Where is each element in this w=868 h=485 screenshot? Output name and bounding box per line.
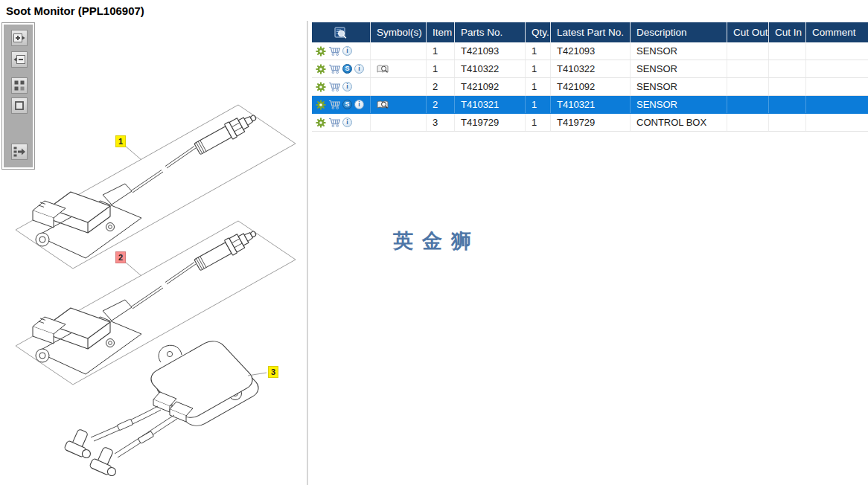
- cell-latest-part-no: T421093: [551, 42, 631, 60]
- cell-comment: [806, 60, 868, 77]
- cell-parts-no: T421092: [455, 78, 526, 95]
- zoom-out-button[interactable]: [11, 51, 28, 68]
- info-icon[interactable]: i: [354, 100, 364, 109]
- col-cut-out: Cut Out: [727, 22, 769, 42]
- cell-latest-part-no: T419729: [551, 114, 631, 131]
- cell-item: 1: [427, 60, 455, 77]
- table-row[interactable]: i 3 T419729 1 T419729 CONTROL BOX: [312, 114, 868, 132]
- cell-qty: 1: [526, 42, 551, 60]
- cell-description: CONTROL BOX: [631, 114, 727, 131]
- cell-item: 3: [427, 114, 455, 131]
- cell-cut-in: [769, 114, 806, 131]
- symbol-book-icon[interactable]: [377, 100, 389, 110]
- cell-description: SENSOR: [631, 96, 727, 113]
- cell-parts-no: T419729: [455, 114, 526, 131]
- expand-panel-icon: [13, 145, 26, 158]
- table-row[interactable]: S i 1 T410322 1 T410322 SENSOR: [312, 60, 868, 78]
- gear-icon[interactable]: [316, 82, 326, 92]
- cell-comment: [806, 78, 868, 95]
- table-row-selected[interactable]: S i 2 T410321 1 T410321 SENSOR: [312, 96, 868, 114]
- cart-icon[interactable]: [328, 64, 340, 74]
- cart-icon[interactable]: [328, 82, 340, 91]
- fit-view-icon: [13, 100, 25, 112]
- parts-viewer-window: Soot Monitor (PPL106907): [0, 0, 868, 485]
- cell-description: SENSOR: [631, 78, 727, 95]
- cell-qty: 1: [526, 78, 551, 95]
- gear-icon[interactable]: [316, 46, 326, 57]
- diagram-label-3[interactable]: 3: [268, 366, 278, 378]
- col-comment: Comment: [806, 22, 868, 42]
- gear-icon[interactable]: [316, 64, 326, 74]
- info-icon[interactable]: i: [342, 46, 352, 56]
- pane-divider: [307, 21, 308, 485]
- info-icon[interactable]: i: [342, 82, 352, 91]
- cell-cut-in: [769, 96, 806, 113]
- cell-cut-out: [727, 114, 769, 131]
- table-body: i 1 T421093 1 T421093 SENSOR: [312, 42, 868, 132]
- cell-qty: 1: [526, 60, 551, 77]
- cell-item: 2: [427, 96, 455, 113]
- cart-icon[interactable]: [328, 118, 340, 127]
- cell-cut-in: [769, 42, 806, 60]
- cell-description: SENSOR: [631, 60, 727, 77]
- zoom-out-icon: [13, 54, 26, 65]
- cell-comment: [806, 114, 868, 131]
- cell-item: 1: [427, 42, 455, 60]
- preview-icon: [334, 27, 348, 39]
- info-icon[interactable]: i: [342, 118, 352, 127]
- cell-description: SENSOR: [631, 42, 727, 60]
- exploded-view-diagram: [0, 21, 307, 485]
- fit-view-button[interactable]: [11, 97, 28, 114]
- col-symbols: Symbol(s): [371, 22, 427, 42]
- cell-cut-out: [727, 78, 769, 95]
- diagram-toolbar: [2, 23, 34, 169]
- control-box-drawing[interactable]: [64, 337, 267, 478]
- sensor-assembly-1-drawing[interactable]: [16, 105, 296, 269]
- diagram-label-2[interactable]: 2: [115, 251, 126, 263]
- cell-latest-part-no: T421092: [551, 78, 631, 95]
- table-header-row: Symbol(s) Item Parts No. Qty. Latest Par…: [312, 22, 868, 42]
- tile-view-button[interactable]: [11, 77, 28, 94]
- col-qty: Qty.: [526, 22, 551, 42]
- col-item: Item: [427, 22, 455, 42]
- symbol-book-icon[interactable]: [377, 64, 389, 74]
- table-header-actions: [312, 22, 371, 42]
- cell-parts-no: T421093: [455, 42, 526, 60]
- cell-cut-in: [769, 60, 806, 77]
- cell-cut-out: [727, 42, 769, 60]
- toggle-panel-button[interactable]: [11, 144, 28, 160]
- col-parts-no: Parts No.: [455, 22, 526, 42]
- substitute-icon[interactable]: S: [342, 100, 352, 109]
- cell-cut-out: [727, 60, 769, 77]
- page-title: Soot Monitor (PPL106907): [6, 4, 144, 17]
- table-row[interactable]: i 1 T421093 1 T421093 SENSOR: [312, 42, 868, 60]
- gear-icon[interactable]: [316, 100, 326, 110]
- tiles-icon: [13, 80, 25, 91]
- cell-parts-no: T410321: [455, 96, 526, 113]
- cart-icon[interactable]: [328, 46, 340, 56]
- info-icon[interactable]: i: [354, 64, 364, 74]
- col-cut-in: Cut In: [769, 22, 806, 42]
- cell-item: 2: [427, 78, 455, 95]
- watermark-text: 英金狮: [393, 228, 480, 254]
- zoom-in-icon: [13, 32, 26, 44]
- cell-comment: [806, 96, 868, 113]
- substitute-icon[interactable]: S: [342, 64, 352, 74]
- diagram-label-1[interactable]: 1: [115, 135, 126, 147]
- cell-latest-part-no: T410322: [551, 60, 631, 77]
- cell-latest-part-no: T410321: [551, 96, 631, 113]
- table-row[interactable]: i 2 T421092 1 T421092 SENSOR: [312, 78, 868, 96]
- cell-cut-in: [769, 78, 806, 95]
- gear-icon[interactable]: [316, 118, 326, 128]
- col-description: Description: [631, 22, 727, 42]
- cell-comment: [806, 42, 868, 60]
- cell-qty: 1: [526, 96, 551, 113]
- parts-table: Symbol(s) Item Parts No. Qty. Latest Par…: [312, 22, 868, 132]
- zoom-in-button[interactable]: [11, 30, 28, 46]
- col-latest-part-no: Latest Part No.: [551, 22, 631, 42]
- cell-qty: 1: [526, 114, 551, 131]
- cell-parts-no: T410322: [455, 60, 526, 77]
- cart-icon[interactable]: [328, 100, 340, 109]
- cell-cut-out: [727, 96, 769, 113]
